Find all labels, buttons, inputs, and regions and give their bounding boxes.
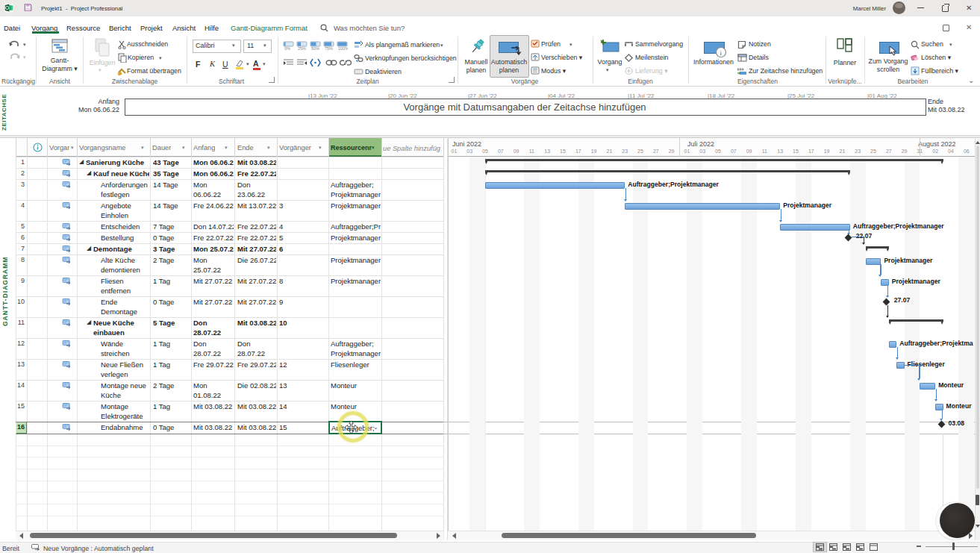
svg-text:50%: 50% <box>311 46 319 51</box>
svg-text:75%: 75% <box>325 46 333 51</box>
svg-text:25%: 25% <box>298 46 306 51</box>
svg-text:100%: 100% <box>338 46 348 51</box>
svg-text:0%: 0% <box>284 46 290 51</box>
